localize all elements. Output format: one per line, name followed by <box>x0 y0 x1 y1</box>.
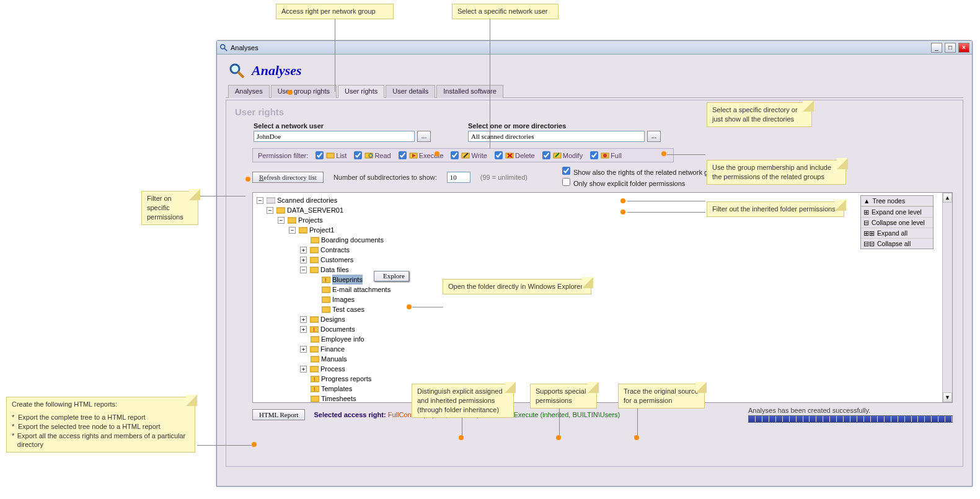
expand-toggle[interactable]: + <box>300 316 307 323</box>
scrollbar[interactable]: ▲ ▼ <box>942 193 952 402</box>
select-user-label: Select a network user <box>254 122 431 130</box>
directory-tree[interactable]: −Scanned directories −DATA_SERVER01 −Pro… <box>252 192 953 403</box>
tab-strip: Analyses User group rights User rights U… <box>226 84 963 98</box>
marker <box>620 210 625 214</box>
expand-toggle[interactable]: + <box>300 257 307 263</box>
tree-node-label[interactable]: Customers <box>320 255 353 265</box>
folder-icon <box>299 226 307 234</box>
tree-node-label[interactable]: Templates <box>321 384 352 394</box>
folder-warn-icon: ! <box>311 385 319 392</box>
scroll-down-icon[interactable]: ▼ <box>943 392 952 402</box>
folder-icon <box>311 236 319 244</box>
tab-user-details[interactable]: User details <box>386 85 435 98</box>
tree-node-label[interactable]: Data files <box>320 265 349 275</box>
tree-node-label[interactable]: Manuals <box>321 354 347 364</box>
delete-icon <box>505 151 514 159</box>
callout-select-user: Select a specific network user <box>452 4 558 19</box>
content-panel: User rights Select a network user ... Se… <box>226 100 963 467</box>
html-report-button[interactable]: HTML Report <box>252 409 305 420</box>
expand-toggle[interactable]: − <box>278 217 285 224</box>
callout-html-2: Export the selected tree node to a HTML … <box>18 422 161 431</box>
select-dirs-label: Select one or more directories <box>468 122 661 130</box>
marker <box>459 435 464 440</box>
tab-user-group-rights[interactable]: User group rights <box>271 85 337 98</box>
perm-modify[interactable]: Modify <box>542 151 583 159</box>
chk-related-groups[interactable]: Show also the rights of the related netw… <box>562 167 725 176</box>
network-user-input[interactable] <box>254 131 415 142</box>
expand-toggle[interactable]: + <box>300 247 307 254</box>
tree-node-label[interactable]: Contracts <box>320 245 350 255</box>
scroll-up-icon[interactable]: ▲ <box>943 193 952 203</box>
tree-node-label[interactable]: Progress reports <box>321 374 371 384</box>
browse-dirs-button[interactable]: ... <box>647 131 661 142</box>
callout-html-title: Create the following HTML reports: <box>12 400 190 409</box>
tree-node-label[interactable]: E-mail attachments <box>332 285 391 294</box>
expand-toggle[interactable]: − <box>289 227 296 234</box>
svg-rect-24 <box>310 267 319 273</box>
collapse-one-level[interactable]: ⊟Collapse one level <box>861 217 933 227</box>
selected-access-label: Selected access right: <box>314 411 386 418</box>
tree-node-label[interactable]: Timesheets <box>321 394 356 403</box>
tree-node-label[interactable]: Project1 <box>309 225 334 235</box>
tree-node-selected[interactable]: Blueprints <box>332 275 363 285</box>
progress-bar <box>748 415 953 423</box>
tree-node-label[interactable]: Test cases <box>332 304 364 314</box>
maximize-button[interactable]: □ <box>945 43 956 53</box>
svg-rect-30 <box>310 317 319 322</box>
marker <box>620 198 625 203</box>
titlebar[interactable]: Analyses _ □ × <box>217 41 972 55</box>
subdirs-label: Number of subdirectories to show: <box>333 174 437 181</box>
chk-explicit-only[interactable]: Only show explicit folder permissions <box>562 178 725 187</box>
tree-node-label[interactable]: DATA_SERVER01 <box>287 205 343 215</box>
folder-icon <box>310 256 319 263</box>
svg-line-1 <box>224 48 227 50</box>
tree-node-label[interactable]: Projects <box>298 215 323 225</box>
expand-toggle[interactable]: − <box>300 267 307 273</box>
browse-user-button[interactable]: ... <box>417 131 431 142</box>
callout-html-reports: Create the following HTML reports: *Expo… <box>6 397 195 453</box>
folder-icon <box>311 355 319 363</box>
expand-toggle[interactable]: + <box>300 346 307 353</box>
callout-html-1: Export the complete tree to a HTML repor… <box>18 413 146 422</box>
directories-input[interactable] <box>468 131 645 142</box>
tree-node-label[interactable]: Boarding documents <box>321 235 384 245</box>
expand-toggle[interactable]: + <box>300 366 307 373</box>
svg-text:!: ! <box>314 386 316 392</box>
subdirs-input[interactable] <box>447 172 470 183</box>
close-button[interactable]: × <box>958 43 969 53</box>
tree-node-label[interactable]: Finance <box>320 344 345 354</box>
callout-select-dir: Select a specific directory or just show… <box>707 102 812 127</box>
perm-write[interactable]: Write <box>451 151 487 159</box>
expand-toggle[interactable]: − <box>267 207 273 214</box>
folder-icon <box>310 365 319 373</box>
tree-node-label[interactable]: Employee info <box>321 334 364 344</box>
tab-user-rights[interactable]: User rights <box>338 85 384 98</box>
context-menu-explore[interactable]: Explore <box>374 271 409 281</box>
folder-icon <box>267 197 275 204</box>
refresh-button[interactable]: RRefresh directory listefresh directory … <box>252 172 324 183</box>
tree-nodes-header: Tree nodes <box>872 197 905 205</box>
expand-one-level[interactable]: ⊞Expand one level <box>861 206 933 217</box>
expand-toggle[interactable]: − <box>257 197 263 204</box>
svg-rect-23 <box>310 257 319 263</box>
perm-delete[interactable]: Delete <box>495 151 535 159</box>
minimize-button[interactable]: _ <box>931 43 942 53</box>
perm-list[interactable]: List <box>316 151 347 159</box>
tree-nodes-panel: ▲Tree nodes ⊞Expand one level ⊟Collapse … <box>860 195 934 249</box>
tree-node-label[interactable]: Images <box>332 294 355 304</box>
collapse-all[interactable]: ⊟⊟Collapse all <box>861 238 933 249</box>
tab-analyses[interactable]: Analyses <box>228 85 270 98</box>
tree-node-label[interactable]: Documents <box>320 324 355 334</box>
expand-all[interactable]: ⊞⊞Expand all <box>861 227 933 238</box>
tree-node-label[interactable]: Process <box>320 364 345 374</box>
perm-full[interactable]: Full <box>590 151 622 159</box>
svg-line-3 <box>238 72 244 77</box>
tree-node-label[interactable]: Scanned directories <box>277 195 337 205</box>
subdirs-hint: (99 = unlimited) <box>480 174 528 181</box>
magnifier-icon <box>228 62 245 79</box>
folder-warn-icon: ! <box>310 325 319 333</box>
tree-node-label[interactable]: Designs <box>320 314 345 324</box>
expand-toggle[interactable]: + <box>300 326 307 333</box>
tab-installed-software[interactable]: Installed software <box>436 85 503 98</box>
perm-read[interactable]: Read <box>354 151 391 159</box>
